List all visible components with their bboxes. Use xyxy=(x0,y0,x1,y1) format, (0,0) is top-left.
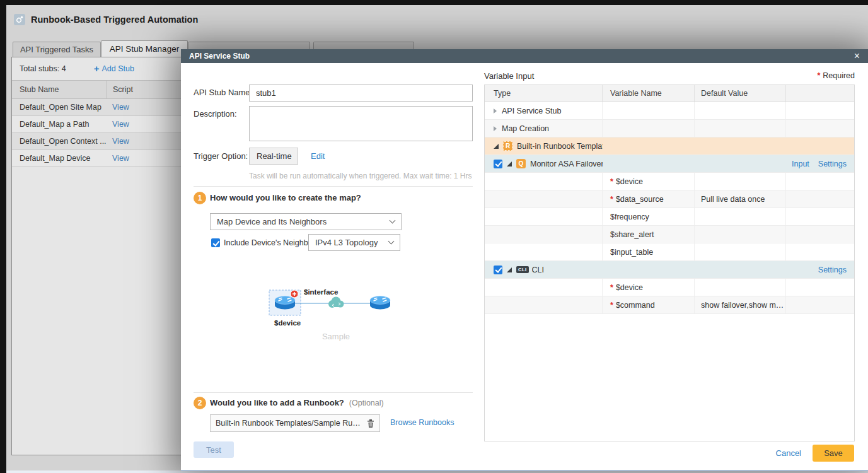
trash-icon[interactable] xyxy=(367,419,374,428)
device-label: $device xyxy=(274,319,301,327)
actions-cell xyxy=(786,279,854,296)
row-checkbox[interactable] xyxy=(494,266,502,274)
type-cell xyxy=(485,279,603,296)
collapse-icon[interactable] xyxy=(494,144,499,149)
row-checkbox[interactable] xyxy=(494,160,502,168)
row-label: Map Creation xyxy=(502,124,549,133)
default-value-cell xyxy=(695,226,786,243)
runbook-badge-icon: R xyxy=(503,141,512,151)
variable-name: $command xyxy=(616,301,655,310)
actions-cell xyxy=(786,120,854,137)
variable-row: *$commandshow failover,show moni... xyxy=(485,296,854,314)
actions-cell xyxy=(786,190,854,207)
runbook-field[interactable]: Built-in Runbook Templates/Sample Runbo.… xyxy=(210,414,380,432)
collapse-icon[interactable] xyxy=(507,267,512,272)
trigger-note: Task will be run automatically when trig… xyxy=(249,172,472,180)
view-script-link[interactable]: View xyxy=(112,154,129,163)
step1-question: How would you like to create the map? xyxy=(210,193,361,202)
expand-icon[interactable] xyxy=(494,126,497,131)
cancel-button[interactable]: Cancel xyxy=(776,448,801,458)
variable-default-value: show failover,show moni... xyxy=(701,301,785,310)
view-script-link[interactable]: View xyxy=(112,137,129,146)
required-label: Required xyxy=(823,71,855,80)
settings-link[interactable]: Settings xyxy=(818,266,847,274)
view-script-link[interactable]: View xyxy=(112,103,129,112)
step2-question: Would you like to add a Runbook? xyxy=(210,398,344,407)
neighbor-router-icon xyxy=(370,296,390,310)
interface-label: $interface xyxy=(304,288,338,296)
variable-name-cell: $frequency xyxy=(603,208,695,225)
stub-name-cell: Default_Map a Path xyxy=(12,120,107,129)
api-stub-name-label: API Stub Name: xyxy=(194,88,252,97)
type-cell xyxy=(485,190,603,207)
variable-row: CLICLISettings xyxy=(485,261,854,279)
save-button[interactable]: Save xyxy=(813,445,854,462)
edit-link[interactable]: Edit xyxy=(311,151,325,161)
row-label: CLI xyxy=(532,266,544,274)
page-title: Runbook-Based Triggered Automation xyxy=(31,15,198,25)
variable-name-cell: *$data_source xyxy=(603,190,695,207)
view-script-link[interactable]: View xyxy=(112,120,129,129)
description-field[interactable] xyxy=(249,106,473,141)
optional-label: (Optional) xyxy=(349,399,384,407)
stub-name-cell: Default_Map Device xyxy=(12,154,107,163)
variable-name-cell xyxy=(603,261,695,278)
add-stub-button[interactable]: + Add Stub xyxy=(94,64,134,73)
column-header-actions xyxy=(786,85,854,102)
input-link[interactable]: Input xyxy=(792,160,809,168)
include-neighbors-checkbox[interactable] xyxy=(211,238,220,247)
api-service-stub-dialog: API Service Stub × API Stub Name: Descri… xyxy=(181,49,868,471)
dialog-header: API Service Stub × xyxy=(181,49,868,63)
step1-badge: 1 xyxy=(194,192,206,204)
default-value-cell xyxy=(695,173,786,190)
topology-dropdown[interactable]: IPv4 L3 Topology xyxy=(308,234,400,251)
variable-row: Map Creation xyxy=(485,120,854,137)
test-button[interactable]: Test xyxy=(194,441,234,458)
include-neighbors-label: Include Device's Neighbors xyxy=(224,238,319,247)
column-header-variable-name: Variable Name xyxy=(603,85,695,102)
type-cell: RBuilt-in Runbook Templates... xyxy=(485,137,603,155)
column-header-stub-name: Stub Name xyxy=(12,85,107,94)
sample-map-diagram: $interface $device xyxy=(255,284,420,334)
variable-default-value: Pull live data once xyxy=(701,195,765,204)
row-label: API Service Stub xyxy=(502,107,562,115)
actions-cell xyxy=(786,243,854,260)
trigger-option-row: Real-time Edit xyxy=(249,148,325,165)
type-cell xyxy=(485,243,603,260)
variable-name-cell: *$device xyxy=(603,173,695,190)
tab-api-triggered-tasks[interactable]: API Triggered Tasks xyxy=(13,42,101,57)
map-type-dropdown[interactable]: Map Device and Its Neighbors xyxy=(210,213,402,230)
collapse-icon[interactable] xyxy=(507,161,512,166)
settings-link[interactable]: Settings xyxy=(818,160,847,168)
close-icon[interactable]: × xyxy=(854,51,860,61)
column-header-default-value: Default Value xyxy=(695,85,786,102)
automation-gear-icon xyxy=(14,14,25,25)
default-value-cell: show failover,show moni... xyxy=(695,296,786,313)
actions-cell xyxy=(786,102,854,119)
api-stub-name-field[interactable] xyxy=(249,85,473,102)
type-cell xyxy=(485,208,603,225)
variable-row: $input_table xyxy=(485,243,854,261)
plus-icon: + xyxy=(94,65,100,73)
actions-cell xyxy=(786,226,854,243)
variable-input-title: Variable Input xyxy=(484,71,534,81)
row-label: Built-in Runbook Templates... xyxy=(517,142,603,151)
required-legend: *Required xyxy=(817,71,855,80)
variable-row: *$device xyxy=(485,279,854,296)
tab-api-stub-manager[interactable]: API Stub Manager xyxy=(101,40,188,57)
variable-row: QMonitor ASA Failover Stat...InputSettin… xyxy=(485,155,854,173)
actions-cell xyxy=(786,296,854,313)
screen: Runbook-Based Triggered Automation API T… xyxy=(0,0,868,473)
type-cell xyxy=(485,173,603,190)
browse-runbooks-link[interactable]: Browse Runbooks xyxy=(390,418,454,427)
type-cell: Map Creation xyxy=(485,120,603,137)
add-badge-icon xyxy=(291,290,298,298)
type-cell: CLICLI xyxy=(485,261,603,278)
expand-icon[interactable] xyxy=(494,108,497,114)
required-star-icon: * xyxy=(610,195,613,204)
default-value-cell xyxy=(695,279,786,296)
default-value-cell xyxy=(695,155,786,172)
divider xyxy=(194,186,473,187)
variable-name: $share_alert xyxy=(610,230,654,239)
stub-name-cell: Default_Open Context ... xyxy=(12,137,107,146)
